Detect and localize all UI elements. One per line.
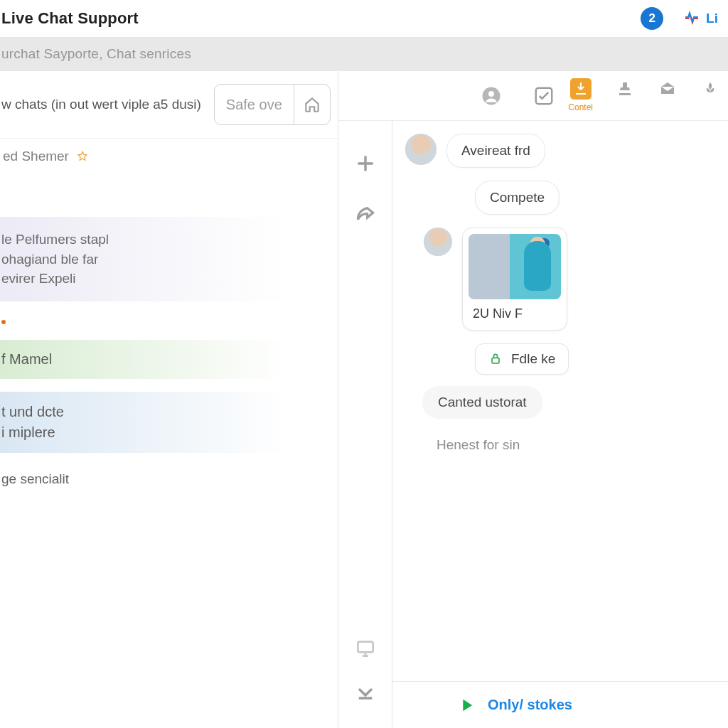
- attachment-thumbnail: [469, 234, 561, 299]
- list-item-line: i miplere: [1, 422, 332, 443]
- app-header: Live Chat Support 2 Li: [0, 0, 728, 37]
- left-panel: w chats (in out wert viple a5 dusi) Safe…: [0, 71, 338, 728]
- typing-indicator: Henest for sin: [437, 437, 728, 453]
- header-live-label: Li: [706, 11, 718, 26]
- list-item[interactable]: f Mamel: [0, 340, 338, 379]
- list-item[interactable]: t und dcte i miplere: [0, 392, 338, 453]
- unread-dot: [0, 314, 338, 327]
- attachment-caption: 2U Niv F: [469, 299, 561, 321]
- composer-hint[interactable]: Only/ stokes: [488, 697, 572, 713]
- message-list: Aveireat frd Compete 2U Niv F: [392, 121, 728, 681]
- secure-file-label: Fdle ke: [511, 351, 555, 367]
- avatar[interactable]: [405, 134, 437, 165]
- notification-badge[interactable]: 2: [641, 7, 663, 30]
- breadcrumb: urchat Sayporte, Chat senrices: [0, 37, 728, 71]
- list-item-line: evirer Expeli: [1, 269, 332, 289]
- pulse-icon: [683, 10, 700, 27]
- avatar[interactable]: [424, 228, 452, 256]
- safe-toggle[interactable]: Safe ove: [214, 84, 331, 125]
- home-button[interactable]: [294, 85, 330, 124]
- share-icon: [354, 203, 377, 226]
- svg-rect-3: [358, 642, 373, 653]
- chats-summary: w chats (in out wert viple a5 dusi): [1, 97, 201, 112]
- message-row: Compete: [405, 181, 728, 215]
- message-bubble[interactable]: Compete: [475, 181, 560, 215]
- lock-icon: [488, 352, 503, 366]
- add-button[interactable]: [338, 138, 392, 189]
- message-bubble[interactable]: Canted ustorat: [422, 386, 542, 419]
- list-item-line: le Pelfumers stapl: [1, 230, 332, 250]
- message-bubble[interactable]: Aveireat frd: [446, 134, 545, 168]
- message-row: Aveireat frd: [405, 134, 728, 168]
- composer: Only/ stokes: [392, 681, 728, 728]
- list-item[interactable]: ge sencialit: [0, 466, 338, 493]
- share-button[interactable]: [338, 189, 392, 240]
- star-icon: [76, 150, 89, 163]
- chevron-down-icon[interactable]: [354, 681, 377, 704]
- monitor-icon[interactable]: [354, 637, 377, 660]
- list-item-line: ohagiand ble far: [1, 250, 332, 269]
- plus-icon: [354, 152, 377, 175]
- action-rail: [338, 71, 392, 728]
- list-item-line: f Mamel: [1, 351, 52, 367]
- message-row: 2U Niv F: [405, 228, 728, 331]
- chat-list: le Pelfumers stapl ohagiand ble far evir…: [0, 174, 338, 493]
- svg-rect-4: [492, 358, 499, 363]
- starred-row[interactable]: ed Shemer: [0, 139, 338, 174]
- starred-label: ed Shemer: [3, 149, 69, 164]
- message-row: Canted ustorat: [405, 386, 728, 419]
- header-live-link[interactable]: Li: [683, 10, 718, 27]
- safe-toggle-label: Safe ove: [215, 85, 294, 124]
- attachment-card[interactable]: 2U Niv F: [462, 228, 567, 331]
- list-item-line: ge sencialit: [1, 471, 69, 486]
- play-icon[interactable]: [456, 695, 476, 715]
- page-title: Live Chat Support: [1, 9, 139, 28]
- list-item-line: t und dcte: [1, 402, 332, 422]
- breadcrumb-text: urchat Sayporte, Chat senrices: [1, 46, 191, 62]
- conversation-panel: Aveireat frd Compete 2U Niv F: [392, 71, 728, 728]
- home-icon: [303, 95, 321, 114]
- secure-file-chip[interactable]: Fdle ke: [475, 343, 569, 375]
- list-item[interactable]: le Pelfumers stapl ohagiand ble far evir…: [0, 217, 338, 301]
